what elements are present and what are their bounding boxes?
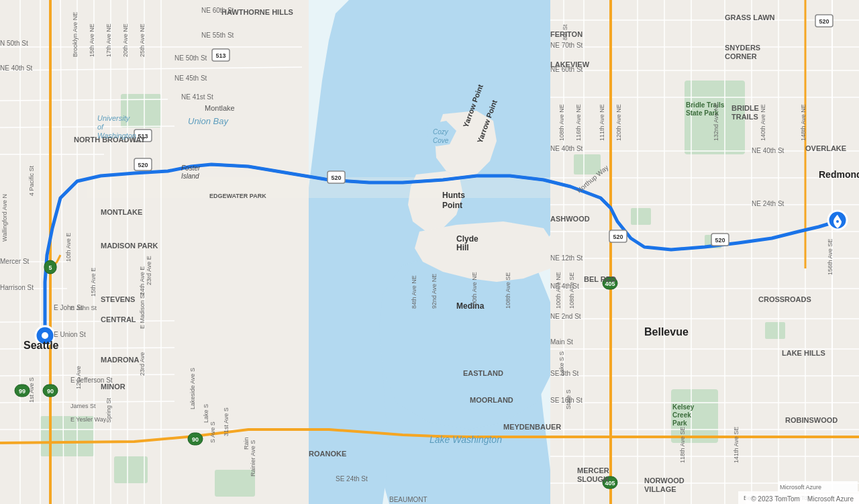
- svg-text:120th Ave NE: 120th Ave NE: [615, 104, 622, 141]
- svg-text:NE 55th St: NE 55th St: [201, 32, 234, 39]
- svg-text:Seattle: Seattle: [23, 340, 59, 351]
- svg-text:1st Ave S: 1st Ave S: [28, 377, 35, 403]
- svg-text:Brooklyn Ave NE: Brooklyn Ave NE: [72, 12, 79, 57]
- svg-rect-8: [765, 322, 785, 339]
- svg-text:140th Ave NE: 140th Ave NE: [760, 104, 766, 141]
- svg-text:EASTLAND: EASTLAND: [463, 369, 503, 377]
- svg-text:100th Ave NE: 100th Ave NE: [555, 272, 562, 309]
- svg-text:MOORLAND: MOORLAND: [470, 396, 513, 404]
- svg-text:10th Ave E: 10th Ave E: [65, 233, 72, 262]
- svg-text:VILLAGE: VILLAGE: [644, 485, 676, 493]
- svg-text:TRAILS: TRAILS: [731, 113, 758, 121]
- svg-text:NE 12th St: NE 12th St: [550, 254, 583, 262]
- svg-text:Creek: Creek: [672, 411, 691, 419]
- svg-rect-11: [114, 456, 148, 483]
- svg-text:92nd Ave NE: 92nd Ave NE: [431, 274, 438, 309]
- svg-text:99: 99: [19, 388, 26, 395]
- svg-rect-12: [215, 470, 255, 497]
- svg-text:141th Ave SE: 141th Ave SE: [733, 427, 740, 463]
- svg-text:Lake Washington: Lake Washington: [430, 434, 502, 445]
- svg-text:Bellevue: Bellevue: [644, 326, 689, 338]
- svg-text:520: 520: [331, 174, 341, 181]
- svg-text:23rd Ave: 23rd Ave: [139, 352, 146, 376]
- svg-text:Hunts: Hunts: [442, 191, 465, 200]
- svg-text:24th Ave E: 24th Ave E: [139, 266, 146, 295]
- svg-text:23rd Ave E: 23rd Ave E: [146, 256, 152, 285]
- map-container: 520 520 520 520 5 90 90 513 513 520 99 4…: [0, 0, 859, 504]
- svg-text:NE 2nd St: NE 2nd St: [550, 313, 581, 320]
- svg-text:Main St: Main St: [550, 338, 573, 346]
- svg-text:31st Ave S: 31st Ave S: [223, 407, 230, 436]
- svg-text:BRIDLE: BRIDLE: [731, 104, 759, 112]
- svg-text:Island: Island: [181, 172, 199, 180]
- svg-point-92: [42, 332, 48, 339]
- svg-text:Spring St: Spring St: [105, 397, 112, 423]
- svg-text:SNYDERS: SNYDERS: [725, 44, 760, 52]
- svg-text:132nd Ave NE: 132nd Ave NE: [713, 103, 719, 141]
- svg-rect-6: [631, 208, 651, 225]
- svg-text:17th Ave NE: 17th Ave NE: [105, 23, 112, 57]
- svg-text:8th St: 8th St: [562, 24, 568, 40]
- svg-text:NE 45th St: NE 45th St: [174, 74, 207, 82]
- svg-text:NORWOOD: NORWOOD: [644, 476, 685, 485]
- svg-text:OVERLAKE: OVERLAKE: [805, 144, 846, 152]
- svg-text:Hill: Hill: [456, 243, 469, 252]
- svg-text:Redmond: Redmond: [819, 169, 859, 180]
- svg-text:84th Ave NE: 84th Ave NE: [411, 275, 417, 309]
- svg-text:MONTLAKE: MONTLAKE: [101, 208, 142, 216]
- svg-text:Washington: Washington: [97, 132, 136, 140]
- svg-text:SE 24th St: SE 24th St: [336, 475, 368, 483]
- svg-text:Rain: Rain: [243, 437, 250, 450]
- svg-text:NE 24th St: NE 24th St: [752, 200, 785, 207]
- svg-text:Rainier Ave S: Rainier Ave S: [250, 440, 256, 476]
- svg-text:108th Ave SE: 108th Ave SE: [505, 272, 511, 309]
- svg-text:Lake S S: Lake S S: [558, 351, 565, 376]
- svg-text:Medina: Medina: [456, 301, 485, 311]
- svg-text:Mercer St: Mercer St: [0, 258, 30, 265]
- svg-text:ASHWOOD: ASHWOOD: [550, 215, 590, 223]
- svg-text:E Yesler Way: E Yesler Way: [70, 416, 107, 423]
- svg-text:NE 41st St: NE 41st St: [181, 93, 213, 101]
- svg-text:Harrison St: Harrison St: [0, 284, 34, 291]
- svg-text:MADRONA: MADRONA: [101, 356, 139, 364]
- svg-text:ROANOKE: ROANOKE: [309, 450, 346, 458]
- map-svg: 520 520 520 520 5 90 90 513 513 520 99 4…: [0, 0, 859, 504]
- svg-text:156th Ave SE: 156th Ave SE: [827, 239, 833, 275]
- svg-text:4 Pacific St: 4 Pacific St: [28, 165, 35, 196]
- svg-text:118th Ave SE: 118th Ave SE: [679, 427, 686, 463]
- svg-text:Foster: Foster: [181, 164, 201, 172]
- svg-text:NE 40th St: NE 40th St: [550, 145, 583, 152]
- svg-text:108th Ave SE: 108th Ave SE: [568, 272, 575, 309]
- attribution-text: © 2023 TomTom: [751, 495, 800, 503]
- svg-text:108th Ave NE: 108th Ave NE: [558, 104, 565, 141]
- svg-text:BEAUMONT: BEAUMONT: [389, 496, 427, 503]
- svg-text:STEVENS: STEVENS: [101, 295, 135, 303]
- svg-text:Lake S: Lake S: [203, 404, 209, 423]
- svg-point-94: [836, 220, 839, 223]
- svg-text:100th Ave NE: 100th Ave NE: [471, 272, 478, 309]
- svg-text:Cove: Cove: [433, 137, 449, 144]
- svg-text:Wallingford Ave N: Wallingford Ave N: [1, 194, 8, 242]
- svg-text:MERCER: MERCER: [577, 466, 609, 474]
- svg-text:Lakeside Ave S: Lakeside Ave S: [189, 368, 196, 409]
- svg-text:GRASS LAWN: GRASS LAWN: [725, 13, 775, 21]
- svg-text:116th Ave NE: 116th Ave NE: [575, 104, 582, 141]
- svg-text:NE 40th St: NE 40th St: [0, 64, 33, 72]
- svg-text:90: 90: [47, 388, 54, 395]
- svg-text:NE 60th St: NE 60th St: [201, 7, 234, 14]
- svg-text:15th Ave E: 15th Ave E: [90, 268, 97, 297]
- svg-text:148th Ave NE: 148th Ave NE: [800, 104, 807, 141]
- svg-text:NE 50th St: NE 50th St: [174, 54, 207, 62]
- svg-text:111th Ave NE: 111th Ave NE: [599, 104, 605, 141]
- svg-text:NE 60th St: NE 60th St: [550, 66, 583, 73]
- svg-text:SLOUGH: SLOUGH: [577, 475, 609, 483]
- svg-text:CROSSROADS: CROSSROADS: [758, 295, 811, 303]
- svg-text:Montlake: Montlake: [205, 104, 235, 112]
- svg-text:BEL RED: BEL RED: [584, 275, 616, 283]
- svg-text:James St: James St: [70, 403, 96, 409]
- svg-text:Union Bay: Union Bay: [188, 116, 229, 126]
- svg-text:Point: Point: [442, 201, 462, 210]
- svg-text:E Union St: E Union St: [54, 331, 86, 338]
- svg-text:513: 513: [215, 52, 225, 59]
- svg-text:NE 70th St: NE 70th St: [550, 42, 583, 49]
